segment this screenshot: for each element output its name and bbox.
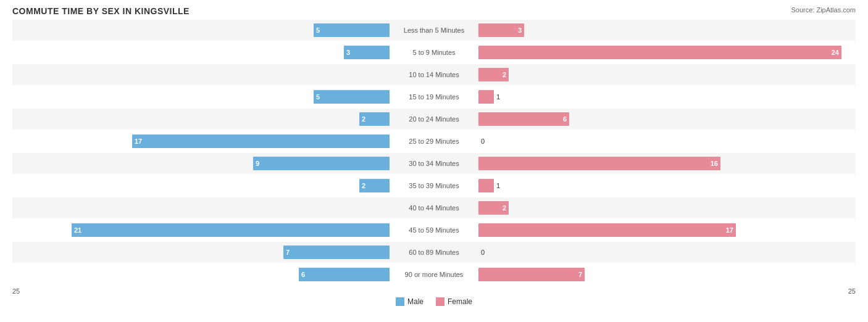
left-bar-container: 17 bbox=[12, 131, 391, 152]
left-bar-container: 2 bbox=[12, 175, 391, 196]
right-bar-container: 24 bbox=[477, 42, 856, 63]
bar-row: 35 to 9 Minutes24 bbox=[12, 42, 856, 63]
row-label: 30 to 34 Minutes bbox=[391, 160, 477, 167]
bar-row: 10 to 14 Minutes2 bbox=[12, 64, 856, 85]
male-legend-box bbox=[396, 297, 404, 306]
male-bar: 5 bbox=[314, 23, 390, 37]
male-value-inside: 9 bbox=[253, 160, 262, 167]
female-bar: 2 bbox=[478, 68, 509, 81]
bar-row: 235 to 39 Minutes1 bbox=[12, 175, 856, 196]
row-label: 5 to 9 Minutes bbox=[391, 49, 477, 56]
bar-row: 40 to 44 Minutes2 bbox=[12, 197, 856, 218]
bar-row: 760 to 89 Minutes0 bbox=[12, 242, 856, 263]
female-value-inside: 3 bbox=[515, 27, 524, 34]
female-value-zero: 0 bbox=[481, 249, 485, 256]
female-bar: 24 bbox=[478, 46, 841, 59]
male-value-inside: 2 bbox=[359, 115, 368, 123]
male-bar: 6 bbox=[299, 268, 390, 281]
legend-female: Female bbox=[436, 297, 472, 306]
right-bar-container: 1 bbox=[477, 175, 856, 196]
right-bar-container: 2 bbox=[477, 64, 856, 85]
bars-area: 5Less than 5 Minutes335 to 9 Minutes2410… bbox=[12, 20, 856, 285]
female-value-inside: 6 bbox=[561, 115, 569, 123]
male-value-inside: 5 bbox=[314, 93, 322, 101]
bar-row: 690 or more Minutes7 bbox=[12, 264, 856, 285]
legend-male: Male bbox=[396, 297, 424, 306]
male-bar: 9 bbox=[253, 157, 390, 170]
chart-title: COMMUTE TIME BY SEX IN KINGSVILLE bbox=[12, 6, 856, 16]
male-bar: 3 bbox=[344, 46, 390, 59]
female-value-inside: 17 bbox=[724, 226, 736, 234]
row-label: 35 to 39 Minutes bbox=[391, 182, 477, 189]
row-label: 90 or more Minutes bbox=[391, 271, 477, 278]
left-bar-container: 5 bbox=[12, 86, 391, 107]
male-bar: 7 bbox=[283, 246, 390, 259]
male-bar: 2 bbox=[359, 179, 390, 192]
male-bar: 17 bbox=[132, 134, 390, 148]
male-value-inside: 7 bbox=[283, 249, 292, 256]
right-bar-container: 16 bbox=[477, 153, 856, 174]
female-bar: 7 bbox=[478, 268, 585, 281]
left-bar-container: 6 bbox=[12, 264, 391, 285]
female-value-inside: 24 bbox=[829, 49, 841, 56]
left-bar-container: 5 bbox=[12, 20, 391, 41]
row-label: 20 to 24 Minutes bbox=[391, 115, 477, 123]
axis-right: 25 bbox=[473, 287, 856, 295]
female-legend-box bbox=[436, 297, 444, 306]
axis-row: 25 25 bbox=[12, 287, 856, 295]
female-bar: 6 bbox=[478, 112, 569, 126]
male-value-inside: 21 bbox=[72, 226, 84, 234]
right-bar-container: 0 bbox=[477, 242, 856, 263]
right-bar-container: 3 bbox=[477, 20, 856, 41]
row-label: 15 to 19 Minutes bbox=[391, 93, 477, 101]
left-bar-container: 3 bbox=[12, 42, 391, 63]
female-value-inside: 7 bbox=[576, 271, 585, 278]
legend: Male Female bbox=[12, 297, 856, 306]
right-bar-container: 1 bbox=[477, 86, 856, 107]
left-bar-container bbox=[12, 197, 391, 218]
right-bar-container: 6 bbox=[477, 109, 856, 130]
left-bar-container: 9 bbox=[12, 153, 391, 174]
male-bar: 21 bbox=[72, 223, 390, 237]
row-label: 60 to 89 Minutes bbox=[391, 249, 477, 256]
bar-row: 515 to 19 Minutes1 bbox=[12, 86, 856, 107]
left-bar-container bbox=[12, 64, 391, 85]
row-label: Less than 5 Minutes bbox=[391, 27, 477, 34]
bar-row: 1725 to 29 Minutes0 bbox=[12, 131, 856, 152]
right-bar-container: 7 bbox=[477, 264, 856, 285]
female-bar: 17 bbox=[478, 223, 736, 237]
right-bar-container: 2 bbox=[477, 197, 856, 218]
bar-row: 5Less than 5 Minutes3 bbox=[12, 20, 856, 41]
male-value-inside: 5 bbox=[314, 27, 322, 34]
female-value-inside: 2 bbox=[500, 204, 509, 212]
chart-container: COMMUTE TIME BY SEX IN KINGSVILLE Source… bbox=[0, 0, 868, 322]
left-bar-container: 2 bbox=[12, 109, 391, 130]
source-label: Source: ZipAtlas.com bbox=[791, 6, 856, 14]
left-bar-container: 21 bbox=[12, 220, 391, 241]
right-bar-container: 17 bbox=[477, 220, 856, 241]
row-label: 40 to 44 Minutes bbox=[391, 204, 477, 212]
female-bar: 2 bbox=[478, 201, 509, 215]
male-value-inside: 6 bbox=[299, 271, 307, 278]
female-bar bbox=[478, 90, 494, 104]
male-legend-label: Male bbox=[407, 297, 424, 306]
male-bar: 2 bbox=[359, 112, 390, 126]
female-bar: 3 bbox=[478, 23, 524, 37]
right-bar-container: 0 bbox=[477, 131, 856, 152]
female-value-outside: 1 bbox=[496, 93, 500, 101]
male-bar: 5 bbox=[314, 90, 390, 104]
female-value-inside: 16 bbox=[708, 160, 720, 167]
female-bar: 16 bbox=[478, 157, 720, 170]
male-value-inside: 3 bbox=[344, 49, 353, 56]
row-label: 45 to 59 Minutes bbox=[391, 226, 477, 234]
axis-left: 25 bbox=[12, 287, 395, 295]
male-value-inside: 2 bbox=[359, 182, 368, 189]
female-legend-label: Female bbox=[448, 297, 472, 306]
bar-row: 220 to 24 Minutes6 bbox=[12, 109, 856, 130]
female-bar bbox=[478, 179, 494, 192]
female-value-outside: 1 bbox=[496, 182, 500, 189]
female-value-zero: 0 bbox=[481, 138, 485, 145]
row-label: 25 to 29 Minutes bbox=[391, 138, 477, 145]
row-label: 10 to 14 Minutes bbox=[391, 71, 477, 78]
male-value-inside: 17 bbox=[132, 138, 144, 145]
